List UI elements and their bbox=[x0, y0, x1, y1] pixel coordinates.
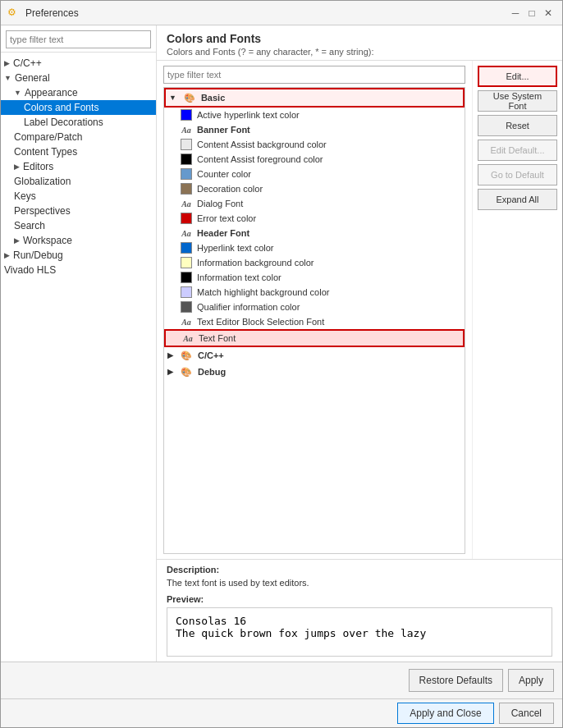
minimize-button[interactable]: ─ bbox=[508, 6, 523, 21]
tree-item-workspace[interactable]: ▶ Workspace bbox=[1, 233, 156, 248]
tree-item-label: Search bbox=[14, 220, 45, 231]
color-swatch bbox=[181, 286, 192, 298]
color-item-banner-font[interactable]: Aa Banner Font bbox=[164, 122, 465, 137]
list-filter-input[interactable] bbox=[163, 66, 465, 84]
color-item-info-bg[interactable]: Information background color bbox=[164, 255, 465, 270]
apply-button[interactable]: Apply bbox=[508, 669, 554, 692]
tree-item-label-decorations[interactable]: Label Decorations bbox=[1, 115, 156, 130]
group-icon: 🎨 bbox=[183, 91, 196, 104]
tree-item-label: Globalization bbox=[14, 176, 71, 187]
tree-item-run-debug[interactable]: ▶ Run/Debug bbox=[1, 248, 156, 263]
color-item-label: Counter color bbox=[197, 169, 251, 179]
color-item-label: Content Assist foreground color bbox=[197, 154, 323, 164]
color-swatch bbox=[181, 257, 192, 268]
color-item-counter[interactable]: Counter color bbox=[164, 167, 465, 181]
reset-button[interactable]: Reset bbox=[478, 115, 557, 136]
preview-box: Consolas 16 The quick brown fox jumps ov… bbox=[167, 607, 552, 657]
panel-header: Colors and Fonts Colors and Fonts (? = a… bbox=[157, 25, 562, 61]
color-item-label: Decoration color bbox=[197, 184, 263, 194]
tree-item-cc[interactable]: ▶ C/C++ bbox=[1, 56, 156, 71]
tree-item-perspectives[interactable]: Perspectives bbox=[1, 204, 156, 218]
tree-item-general[interactable]: ▼ General bbox=[1, 71, 156, 85]
font-icon: Aa bbox=[181, 198, 192, 209]
color-item-label: Error text color bbox=[197, 213, 256, 223]
chevron-icon: ▼ bbox=[169, 94, 176, 102]
left-panel: ▶ C/C++ ▼ General ▼ Appearance Colors an… bbox=[1, 25, 157, 662]
preview-line1: Consolas 16 bbox=[176, 615, 543, 627]
color-item-active-hyperlink[interactable]: Active hyperlink text color bbox=[164, 108, 465, 122]
color-item-header-font[interactable]: Aa Header Font bbox=[164, 226, 465, 240]
color-item-info-text[interactable]: Information text color bbox=[164, 270, 465, 285]
edit-button[interactable]: Edit... bbox=[478, 66, 557, 87]
group-icon: 🎨 bbox=[180, 365, 193, 378]
tree-item-label: Editors bbox=[23, 161, 53, 172]
panel-body: ▼ 🎨 Basic Active hyperlink text color Aa… bbox=[157, 61, 562, 559]
color-swatch bbox=[181, 168, 192, 180]
color-item-label: Match highlight background color bbox=[197, 287, 329, 297]
expand-all-button[interactable]: Expand All bbox=[478, 189, 557, 210]
color-item-hyperlink-text[interactable]: Hyperlink text color bbox=[164, 240, 465, 255]
color-item-match-highlight[interactable]: Match highlight background color bbox=[164, 285, 465, 300]
color-item-label: Dialog Font bbox=[197, 199, 243, 208]
use-system-font-button[interactable]: Use System Font bbox=[478, 90, 557, 112]
color-item-label: Qualifier information color bbox=[197, 302, 300, 312]
font-icon: Aa bbox=[181, 227, 192, 239]
tree-item-keys[interactable]: Keys bbox=[1, 189, 156, 204]
group-icon: 🎨 bbox=[180, 349, 193, 362]
color-item-text-font[interactable]: Aa Text Font bbox=[164, 329, 465, 347]
color-swatch bbox=[181, 109, 192, 121]
panel-title: Colors and Fonts bbox=[167, 32, 552, 45]
font-icon: Aa bbox=[181, 124, 192, 135]
description-section: Description: The text font is used by te… bbox=[157, 559, 562, 662]
tree-item-content-types[interactable]: Content Types bbox=[1, 144, 156, 159]
description-label: Description: bbox=[167, 565, 552, 575]
bottom-bar: Restore Defaults Apply bbox=[1, 662, 562, 698]
color-item-error-text[interactable]: Error text color bbox=[164, 211, 465, 226]
color-item-label: Information background color bbox=[197, 258, 314, 268]
color-item-decoration[interactable]: Decoration color bbox=[164, 181, 465, 196]
color-item-content-assist-fg[interactable]: Content Assist foreground color bbox=[164, 152, 465, 167]
tree-item-vivado-hls[interactable]: Vivado HLS bbox=[1, 263, 156, 277]
close-button[interactable]: ✕ bbox=[541, 6, 556, 21]
chevron-icon: ▶ bbox=[14, 236, 20, 245]
tree-item-globalization[interactable]: Globalization bbox=[1, 174, 156, 189]
color-item-text-editor-block[interactable]: Aa Text Editor Block Selection Font bbox=[164, 314, 465, 329]
cancel-button[interactable]: Cancel bbox=[499, 703, 554, 724]
title-controls: ─ □ ✕ bbox=[508, 6, 556, 21]
color-swatch bbox=[181, 242, 192, 254]
colors-tree: ▼ 🎨 Basic Active hyperlink text color Aa… bbox=[163, 87, 465, 554]
color-group-cc[interactable]: ▶ 🎨 C/C++ bbox=[164, 347, 465, 364]
tree-item-label: Keys bbox=[14, 190, 36, 202]
preview-line2: The quick brown fox jumps over the lazy bbox=[176, 627, 543, 639]
right-action-buttons: Edit... Use System Font Reset Edit Defau… bbox=[472, 61, 562, 559]
edit-default-button[interactable]: Edit Default... bbox=[478, 140, 557, 161]
maximize-button[interactable]: □ bbox=[524, 6, 539, 21]
color-group-debug[interactable]: ▶ 🎨 Debug bbox=[164, 364, 465, 380]
description-text: The text font is used by text editors. bbox=[167, 578, 552, 588]
tree-item-editors[interactable]: ▶ Editors bbox=[1, 159, 156, 174]
color-swatch bbox=[181, 272, 192, 283]
tree-panel: ▶ C/C++ ▼ General ▼ Appearance Colors an… bbox=[1, 53, 156, 662]
title-bar: ⚙ Preferences ─ □ ✕ bbox=[1, 1, 562, 25]
apply-and-close-button[interactable]: Apply and Close bbox=[397, 703, 493, 724]
tree-item-colors-fonts[interactable]: Colors and Fonts bbox=[1, 100, 156, 115]
color-item-label: Content Assist background color bbox=[197, 140, 327, 149]
title-bar-left: ⚙ Preferences bbox=[7, 7, 79, 20]
tree-item-appearance[interactable]: ▼ Appearance bbox=[1, 85, 156, 100]
tree-item-label: C/C++ bbox=[13, 57, 42, 69]
restore-defaults-button[interactable]: Restore Defaults bbox=[409, 669, 503, 692]
tree-item-label: General bbox=[15, 72, 50, 84]
left-filter-input[interactable] bbox=[6, 30, 151, 48]
go-to-default-button[interactable]: Go to Default bbox=[478, 164, 557, 185]
chevron-icon: ▶ bbox=[167, 368, 173, 376]
color-item-content-assist-bg[interactable]: Content Assist background color bbox=[164, 137, 465, 152]
color-item-qualifier-info[interactable]: Qualifier information color bbox=[164, 300, 465, 314]
tree-item-compare-patch[interactable]: Compare/Patch bbox=[1, 130, 156, 144]
tree-item-label: Appearance bbox=[25, 87, 78, 98]
chevron-icon: ▼ bbox=[14, 89, 21, 97]
color-item-dialog-font[interactable]: Aa Dialog Font bbox=[164, 196, 465, 211]
tree-item-search[interactable]: Search bbox=[1, 218, 156, 233]
color-swatch bbox=[181, 183, 192, 195]
chevron-icon: ▶ bbox=[14, 163, 20, 171]
color-group-basic[interactable]: ▼ 🎨 Basic bbox=[164, 88, 465, 108]
